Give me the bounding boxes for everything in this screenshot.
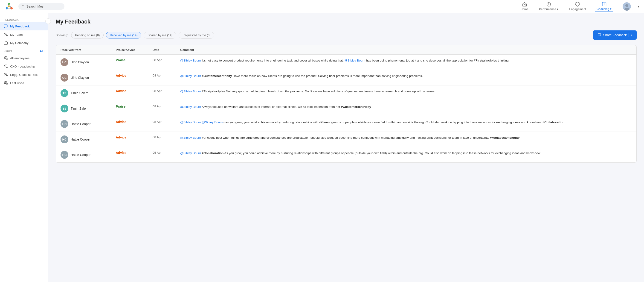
feedback-date: 08 Apr xyxy=(152,58,180,62)
engagement-label: Engagement xyxy=(569,7,586,11)
from-name: Timin Salem xyxy=(71,91,88,95)
share-feedback-label: Share Feedback xyxy=(603,33,627,37)
views-label: VIEWS xyxy=(4,50,12,53)
cxo-label: CXO - Leadership xyxy=(10,65,35,68)
showing-label: Showing: xyxy=(56,34,68,37)
svg-point-17 xyxy=(4,33,6,34)
share-icon xyxy=(598,33,601,37)
my-feedback-icon xyxy=(4,24,8,28)
table-row: HC Hattie Cooper Advice 08 Apr @Sibley B… xyxy=(56,132,636,147)
page-title: My Feedback xyxy=(56,19,637,25)
receiver-cell: UC Ulric Clayton xyxy=(60,74,116,82)
filter-pending-on-me[interactable]: Pending on me (0) xyxy=(71,32,104,39)
nav-links: Home Performance ▾ Engagement Coach xyxy=(518,1,640,12)
share-feedback-button[interactable]: Share Feedback ▾ xyxy=(593,31,637,40)
avatar: HC xyxy=(60,135,68,143)
avatar: UC xyxy=(60,58,68,66)
feedback-date: 08 Apr xyxy=(152,135,180,139)
sidebar-item-my-company[interactable]: My Company xyxy=(0,39,48,47)
logo[interactable] xyxy=(4,2,14,11)
table-row: TS Timin Salem Advice 08 Apr @Sibley Bou… xyxy=(56,86,636,101)
receiver-cell: UC Ulric Clayton xyxy=(60,58,116,66)
feedback-type: Praise xyxy=(116,105,152,108)
search-input[interactable] xyxy=(26,5,61,8)
avatar-image xyxy=(622,2,631,11)
main-content: My Feedback Showing: Pending on me (0) R… xyxy=(48,13,644,282)
avatar: HC xyxy=(60,120,68,128)
all-employees-icon xyxy=(4,56,8,60)
sidebar-item-engg-goals[interactable]: Engg. Goals at Risk xyxy=(0,71,48,79)
sidebar-collapse-button[interactable]: ‹ xyxy=(45,19,51,24)
table-row: TS Timin Salem Praise 08 Apr @Sibley Bou… xyxy=(56,101,636,116)
filter-requested-by-me[interactable]: Requested by me (0) xyxy=(178,32,214,39)
sidebar: ‹ FEEDBACK My Feedback My Team My Compan… xyxy=(0,13,48,282)
from-name: Timin Salem xyxy=(71,107,88,110)
table-row: UC Ulric Clayton Praise 08 Apr @Sibley B… xyxy=(56,55,636,70)
feedback-comment: @Sibley Bourn #Collaboration As you grow… xyxy=(180,151,632,156)
feedback-comment: @Sibley Bourn It's not easy to convert p… xyxy=(180,58,632,63)
col-received-from: Received from xyxy=(60,48,116,52)
svg-point-20 xyxy=(4,65,6,66)
home-label: Home xyxy=(520,7,528,11)
feedback-date: 05 Apr xyxy=(152,151,180,154)
avatar: UC xyxy=(60,74,68,82)
sidebar-item-my-team[interactable]: My Team xyxy=(0,31,48,39)
my-company-icon xyxy=(4,41,8,45)
nav-performance[interactable]: Performance ▾ xyxy=(537,1,560,12)
avatar: HC xyxy=(60,151,68,159)
search-icon xyxy=(22,5,24,8)
feedback-type: Advice xyxy=(116,135,152,139)
feedback-section-label: FEEDBACK xyxy=(0,17,48,22)
receiver-cell: HC Hattie Cooper xyxy=(60,135,116,143)
engagement-icon xyxy=(575,2,580,7)
svg-point-21 xyxy=(4,73,6,74)
share-button-divider xyxy=(628,33,629,37)
svg-line-11 xyxy=(24,7,24,7)
from-name: Ulric Clayton xyxy=(71,60,89,64)
avatar: TS xyxy=(60,105,68,112)
feedback-comment: @Sibley Bourn #Firstprinciples Not very … xyxy=(180,89,632,94)
coaching-icon xyxy=(602,2,607,7)
feedback-date: 08 Apr xyxy=(152,89,180,93)
sidebar-item-cxo-leadership[interactable]: CXO - Leadership xyxy=(0,62,48,71)
feedback-type: Advice xyxy=(116,74,152,77)
feedback-date: 08 Apr xyxy=(152,120,180,124)
nav-engagement[interactable]: Engagement xyxy=(567,1,588,12)
nav-home[interactable]: Home xyxy=(518,1,530,12)
sidebar-item-my-feedback[interactable]: My Feedback xyxy=(0,22,48,31)
add-view-button[interactable]: + Add xyxy=(37,50,44,53)
share-dropdown-icon[interactable]: ▾ xyxy=(631,34,632,37)
collapse-icon: ‹ xyxy=(48,19,49,23)
last-used-label: Last Used xyxy=(10,81,24,85)
feedback-date: 08 Apr xyxy=(152,105,180,108)
sidebar-item-last-used[interactable]: Last Used xyxy=(0,79,48,87)
from-name: Hattie Cooper xyxy=(71,122,90,126)
search-bar[interactable] xyxy=(18,3,64,10)
cxo-icon xyxy=(4,64,8,68)
feedback-comment: @Sibley Bourn Always focused on welfare … xyxy=(180,105,632,109)
filter-bar: Showing: Pending on me (0) Received by m… xyxy=(56,31,637,40)
table-row: UC Ulric Clayton Advice 08 Apr @Sibley B… xyxy=(56,70,636,86)
all-employees-label: All employees xyxy=(10,57,30,60)
nav-coaching[interactable]: Coaching ▾ xyxy=(595,1,614,12)
sidebar-item-all-employees[interactable]: All employees xyxy=(0,54,48,62)
user-avatar[interactable] xyxy=(622,2,631,11)
engg-goals-icon xyxy=(4,73,8,77)
views-section: VIEWS + Add xyxy=(0,47,48,54)
filter-received-by-me[interactable]: Received by me (14) xyxy=(106,32,141,39)
coaching-label: Coaching ▾ xyxy=(596,7,612,11)
receiver-cell: TS Timin Salem xyxy=(60,89,116,97)
top-navigation: Home Performance ▾ Engagement Coach xyxy=(0,0,644,13)
svg-rect-18 xyxy=(4,42,8,45)
filter-shared-by-me[interactable]: Shared by me (14) xyxy=(144,32,176,39)
feedback-comment: @Sibley Bourn @Sibley Bourn - as you gro… xyxy=(180,120,632,125)
svg-point-15 xyxy=(625,4,628,7)
avatar: TS xyxy=(60,89,68,97)
feedback-comment: @Sibley Bourn #Customercentricity Have m… xyxy=(180,74,632,78)
avatar-dropdown-icon[interactable]: ▾ xyxy=(638,5,640,8)
my-feedback-label: My Feedback xyxy=(10,25,30,28)
col-praise-advice: Praise/Advice xyxy=(116,48,152,52)
feedback-type: Praise xyxy=(116,58,152,62)
feedback-type: Advice xyxy=(116,89,152,93)
svg-point-22 xyxy=(4,81,6,83)
